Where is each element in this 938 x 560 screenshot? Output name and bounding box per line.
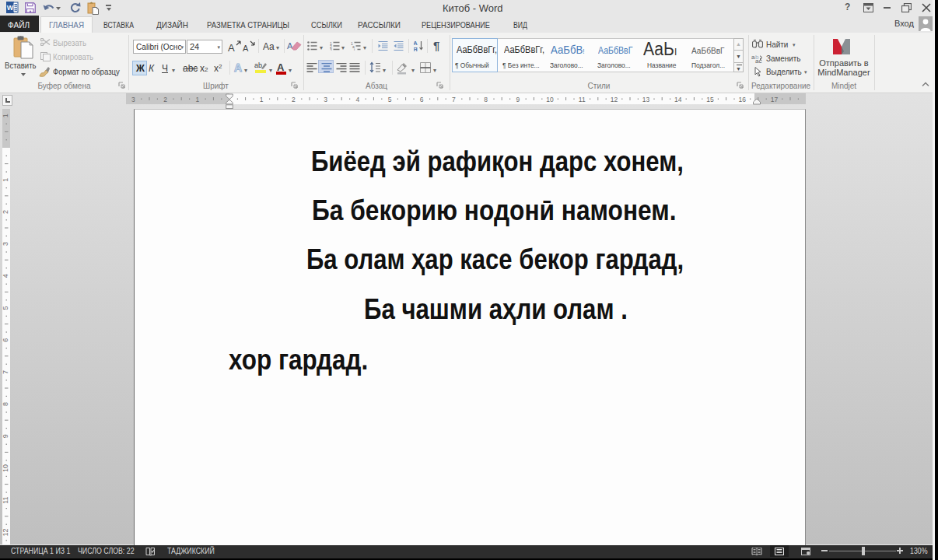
svg-text:А: А: [234, 61, 242, 74]
svg-text:11: 11: [2, 497, 9, 504]
svg-text:16: 16: [738, 96, 746, 103]
svg-text:W: W: [7, 4, 14, 12]
svg-text:13: 13: [642, 96, 650, 103]
svg-text:3: 3: [131, 96, 135, 103]
svg-text:3: 3: [324, 96, 327, 103]
svg-text:15: 15: [706, 96, 714, 103]
svg-text:7: 7: [2, 370, 9, 374]
svg-text:1: 1: [2, 178, 9, 182]
svg-text:9: 9: [2, 434, 9, 438]
svg-text:2: 2: [163, 96, 167, 103]
svg-text:2: 2: [292, 96, 296, 103]
svg-text:4: 4: [2, 274, 9, 278]
svg-text:5: 5: [2, 306, 9, 310]
svg-text:1: 1: [195, 96, 199, 103]
svg-text:3: 3: [330, 47, 332, 51]
svg-text:11: 11: [579, 96, 586, 103]
svg-text:8: 8: [484, 96, 488, 103]
svg-text:10: 10: [2, 464, 9, 472]
svg-text:9: 9: [516, 96, 520, 103]
svg-text:4: 4: [355, 96, 359, 103]
svg-text:5: 5: [388, 96, 392, 103]
svg-text:6: 6: [420, 96, 424, 103]
svg-text:12: 12: [2, 528, 9, 536]
svg-text:i: i: [354, 47, 355, 51]
svg-text:2: 2: [2, 210, 9, 214]
svg-text:ab: ab: [254, 61, 262, 69]
svg-text:1: 1: [2, 114, 9, 117]
svg-text:7: 7: [452, 96, 456, 103]
svg-text:3: 3: [2, 242, 9, 246]
svg-text:14: 14: [674, 96, 682, 103]
svg-text:10: 10: [546, 96, 554, 103]
svg-text:8: 8: [2, 402, 9, 406]
svg-text:17: 17: [771, 96, 779, 103]
svg-text:6: 6: [2, 338, 9, 342]
svg-text:12: 12: [611, 96, 618, 103]
svg-text:Я: Я: [414, 46, 418, 51]
svg-text:1: 1: [260, 96, 264, 103]
